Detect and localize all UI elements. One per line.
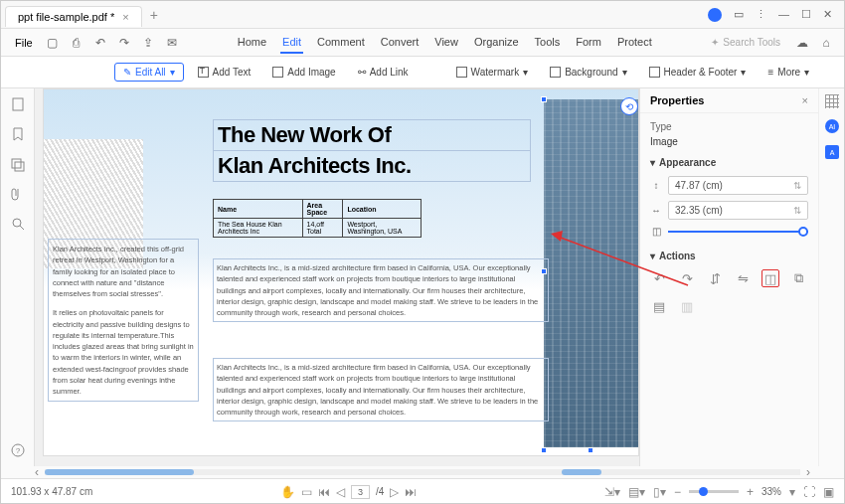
selection-handle[interactable] — [541, 447, 547, 453]
slider-thumb[interactable] — [798, 227, 808, 237]
tab-tools[interactable]: Tools — [533, 32, 563, 54]
rotate-handle[interactable]: ⟲ — [620, 97, 638, 115]
document-canvas[interactable]: ⟲ The New Work Of Klan Architects Inc. N… — [35, 88, 639, 466]
document-tab[interactable]: ppt file-sample.pdf * × — [5, 6, 142, 27]
watermark-icon — [456, 67, 467, 78]
bookmark-icon[interactable] — [10, 126, 26, 142]
stepper-icon[interactable]: ⇅ — [793, 180, 801, 191]
horizontal-scrollbar[interactable]: ‹ › — [1, 466, 844, 478]
selection-handle[interactable] — [541, 96, 547, 102]
window-close-icon[interactable]: ✕ — [823, 8, 832, 22]
building-right-photo[interactable] — [544, 99, 638, 447]
window-panel-icon[interactable]: ▭ — [734, 8, 744, 22]
redo-icon[interactable]: ↷ — [114, 33, 134, 53]
email-icon[interactable]: ✉ — [162, 33, 182, 53]
chevron-down-icon[interactable]: ▾ — [789, 485, 795, 499]
chevron-down-icon: ▾ — [741, 67, 746, 78]
opacity-slider[interactable] — [668, 231, 808, 233]
header-footer-button[interactable]: Header & Footer ▾ — [641, 64, 755, 81]
hand-tool-icon[interactable]: ✋ — [280, 485, 295, 499]
headline-block[interactable]: The New Work Of Klan Architects Inc. — [213, 119, 531, 182]
text-icon: T — [198, 67, 209, 78]
undo-icon[interactable]: ↶ — [90, 33, 110, 53]
actions-section-toggle[interactable]: ▾Actions — [650, 251, 808, 261]
presentation-icon[interactable]: ▣ — [823, 485, 834, 499]
replace-image-icon[interactable]: ⧉ — [789, 269, 807, 287]
window-menu-icon[interactable]: ⋮ — [756, 8, 766, 22]
flip-vertical-icon[interactable]: ⇵ — [706, 269, 724, 287]
search-tools-input[interactable]: ✦ Search Tools — [711, 37, 780, 48]
info-table[interactable]: NameArea SpaceLocation The Sea House Kla… — [213, 199, 422, 238]
width-input[interactable]: 32.35 (cm)⇅ — [668, 201, 808, 220]
crop-icon[interactable]: ◫ — [761, 269, 779, 287]
select-tool-icon[interactable]: ▭ — [301, 485, 312, 499]
scrollbar-thumb[interactable] — [562, 469, 601, 475]
prev-page-icon[interactable]: ◁ — [336, 485, 345, 499]
zoom-out-icon[interactable]: − — [674, 485, 681, 499]
help-icon[interactable]: ? — [10, 442, 26, 458]
body-text-2[interactable]: Klan Architects Inc., is a mid-sized arc… — [213, 358, 549, 421]
add-link-button[interactable]: ⚯ Add Link — [350, 64, 417, 81]
home-icon[interactable]: ⌂ — [816, 33, 836, 53]
fit-width-icon[interactable]: ⇲▾ — [604, 485, 620, 499]
align-icon[interactable]: ▤ — [650, 297, 668, 315]
tab-form[interactable]: Form — [574, 32, 603, 54]
translate-icon[interactable]: A — [824, 144, 840, 160]
window-minimize-icon[interactable]: — — [778, 8, 789, 22]
close-properties-icon[interactable]: × — [802, 94, 808, 106]
ai-assist-icon[interactable]: AI — [824, 118, 840, 134]
tab-protect[interactable]: Protect — [615, 32, 654, 54]
tab-home[interactable]: Home — [236, 32, 268, 54]
tab-organize[interactable]: Organize — [472, 32, 521, 54]
body-text-1[interactable]: Klan Architects Inc., is a mid-sized arc… — [213, 258, 549, 322]
left-column-text[interactable]: Klan Architects Inc., created this off-g… — [48, 239, 199, 402]
tab-edit[interactable]: Edit — [280, 32, 303, 54]
next-page-icon[interactable]: ▷ — [390, 485, 399, 499]
share-icon[interactable]: ⇪ — [138, 33, 158, 53]
watermark-button[interactable]: Watermark ▾ — [448, 64, 537, 81]
scrollbar-thumb[interactable] — [45, 469, 194, 475]
selection-handle[interactable] — [588, 447, 593, 453]
edit-all-button[interactable]: ✎ Edit All ▾ — [114, 63, 184, 82]
search-icon[interactable] — [10, 216, 26, 232]
height-input[interactable]: 47.87 (cm)⇅ — [668, 176, 808, 195]
add-image-button[interactable]: Add Image — [264, 64, 343, 81]
file-menu[interactable]: File — [9, 33, 39, 53]
svg-point-3 — [13, 219, 21, 227]
single-page-icon[interactable]: ▯▾ — [653, 485, 666, 499]
window-maximize-icon[interactable]: ☐ — [801, 8, 811, 22]
scroll-left-icon[interactable]: ‹ — [35, 465, 39, 479]
page-input[interactable]: 3 — [351, 485, 370, 499]
background-button[interactable]: Background ▾ — [542, 64, 634, 81]
zoom-in-icon[interactable]: + — [747, 485, 754, 499]
add-text-button[interactable]: T Add Text — [190, 64, 259, 81]
first-page-icon[interactable]: ⏮ — [318, 485, 330, 499]
scroll-right-icon[interactable]: › — [806, 465, 810, 479]
fullscreen-icon[interactable]: ⛶ — [803, 485, 815, 499]
tab-comment[interactable]: Comment — [315, 32, 367, 54]
zoom-slider[interactable] — [689, 490, 739, 493]
flip-horizontal-icon[interactable]: ⇋ — [734, 269, 752, 287]
last-page-icon[interactable]: ⏭ — [405, 485, 417, 499]
read-mode-icon[interactable]: ▤▾ — [628, 485, 645, 499]
user-avatar-icon[interactable] — [708, 8, 722, 22]
more-button[interactable]: ≡ More ▾ — [760, 64, 817, 81]
rotate-right-icon[interactable]: ↷ — [678, 269, 696, 287]
layers-icon[interactable] — [10, 156, 26, 172]
tab-view[interactable]: View — [432, 32, 460, 54]
svg-rect-1 — [12, 159, 21, 168]
panel-toggle-icon[interactable] — [825, 94, 839, 108]
cloud-icon[interactable]: ☁ — [792, 33, 812, 53]
attachment-icon[interactable] — [10, 186, 26, 202]
tab-convert[interactable]: Convert — [379, 32, 422, 54]
print-icon[interactable]: ⎙ — [67, 33, 86, 53]
thumbnail-icon[interactable] — [10, 96, 26, 112]
close-tab-icon[interactable]: × — [122, 11, 128, 23]
appearance-section-toggle[interactable]: ▾Appearance — [650, 157, 808, 168]
window-controls: ▭ ⋮ — ☐ ✕ — [708, 8, 840, 22]
rotate-left-icon[interactable]: ↶ — [650, 269, 668, 287]
save-icon[interactable]: ▢ — [43, 33, 63, 53]
stepper-icon[interactable]: ⇅ — [793, 205, 801, 216]
scrollbar-track[interactable] — [45, 469, 800, 475]
add-tab-icon[interactable]: + — [150, 7, 158, 23]
